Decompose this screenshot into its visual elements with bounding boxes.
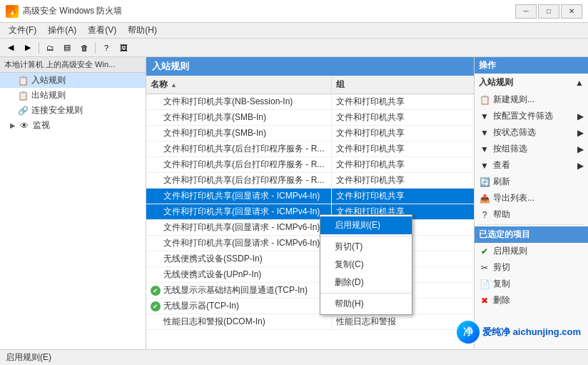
action-view[interactable]: ▼ 查看 ▶ [475, 157, 588, 174]
action-help[interactable]: ? 帮助 [475, 206, 588, 223]
watermark-logo: 净 [457, 321, 480, 344]
maximize-button[interactable]: □ [538, 4, 559, 19]
filter-profile-label: 按配置文件筛选 [493, 110, 553, 122]
filter-group-icon: ▼ [479, 144, 490, 155]
help-label: 帮助 [493, 209, 510, 221]
minimize-button[interactable]: ─ [515, 4, 537, 19]
table-header: 名称 ▲ 组 [146, 76, 474, 94]
row-name-text: 无线显示示基础结构回显通道(TCP-In) [163, 284, 308, 296]
table-row[interactable]: 文件和打印机共享(NB-Session-In)文件和打印机共享 [146, 94, 474, 110]
menu-help[interactable]: 帮助(H) [122, 23, 163, 38]
row-group-text: 文件和打印机共享 [332, 189, 474, 204]
action-filter-profile[interactable]: ▼ 按配置文件筛选 ▶ [475, 108, 588, 124]
menu-view[interactable]: 查看(V) [82, 23, 122, 38]
table-row[interactable]: ✔无线显示示基础结构回显通道(TCP-In) [146, 283, 474, 299]
window-title: 高级安全 Windows 防火墙 [23, 5, 515, 17]
action-filter-group[interactable]: ▼ 按组筛选 ▶ [475, 141, 588, 157]
row-status-icon: ✔ [151, 301, 161, 311]
connection-security-icon: 🔗 [17, 105, 29, 116]
context-cut[interactable]: 剪切(T) [320, 238, 412, 256]
col-group-header[interactable]: 组 [332, 77, 474, 92]
watermark-text: 爱纯净 aichunjing.com [482, 326, 581, 339]
tree-node-outbound[interactable]: 📋 出站规则 [0, 88, 146, 103]
filter-group-label: 按组筛选 [493, 143, 527, 155]
outbound-icon: 📋 [17, 90, 29, 101]
view-arrow: ▶ [577, 161, 584, 171]
table-row[interactable]: 文件和打印机共享(SMB-In)文件和打印机共享 [146, 110, 474, 126]
app-icon: 🔥 [6, 5, 19, 18]
cut-label: 剪切 [493, 261, 510, 274]
menu-action[interactable]: 操作(A) [42, 23, 82, 38]
delete-rule-icon: ✖ [479, 295, 490, 306]
menu-bar: 文件(F) 操作(A) 查看(V) 帮助(H) [0, 23, 588, 39]
context-copy[interactable]: 复制(C) [320, 256, 412, 274]
forward-button[interactable]: ▶ [20, 41, 36, 55]
action-enable-rule[interactable]: ✔ 启用规则 [475, 243, 588, 259]
action-copy[interactable]: 📄 复制 [475, 276, 588, 292]
tree-node-inbound[interactable]: 📋 入站规则 [0, 73, 146, 88]
new-rule-icon: 📋 [479, 94, 490, 106]
status-text: 启用规则(E) [6, 351, 51, 364]
row-group-text: 文件和打印机共享 [332, 173, 474, 188]
table-row[interactable]: 文件和打印机共享(回显请求 - ICMPv4-In)文件和打印机共享 [146, 204, 474, 220]
context-delete-label: 删除(D) [335, 276, 364, 289]
view-label: 查看 [493, 159, 510, 171]
row-group-text: 性能日志和警报 [332, 314, 474, 329]
tree-node-connection-security[interactable]: 🔗 连接安全规则 [0, 103, 146, 118]
actions-header: 操作 [475, 57, 588, 74]
table-row[interactable]: 性能日志和警报(DCOM-In)性能日志和警报 [146, 314, 474, 330]
action-filter-status[interactable]: ▼ 按状态筛选 ▶ [475, 124, 588, 141]
table-row[interactable]: 无线便携式设备(UPnP-In)无... [146, 267, 474, 283]
table-row[interactable]: 文件和打印机共享(回显请求 - ICMPv4-In)文件和打印机共享 [146, 189, 474, 204]
context-help[interactable]: 帮助(H) [320, 295, 412, 313]
back-button[interactable]: ◀ [3, 41, 19, 55]
table-row[interactable]: 文件和打印机共享(SMB-In)文件和打印机共享 [146, 126, 474, 141]
delete-button[interactable]: 🗑 [76, 41, 92, 55]
context-delete[interactable]: 删除(D) [320, 274, 412, 291]
table-row[interactable]: 文件和打印机共享(回显请求 - ICMPv6-In)文... [146, 236, 474, 251]
help-button[interactable]: ? [98, 41, 114, 55]
watermark-logo-text: 净 [463, 326, 473, 339]
filter-profile-arrow: ▶ [577, 111, 584, 121]
table-row[interactable]: 文件和打印机共享(后台打印程序服务 - R...文件和打印机共享 [146, 173, 474, 189]
menu-file[interactable]: 文件(F) [3, 23, 42, 38]
table-row[interactable]: 文件和打印机共享(后台打印程序服务 - R...文件和打印机共享 [146, 157, 474, 173]
close-button[interactable]: ✕ [561, 4, 582, 19]
copy-label: 复制 [493, 278, 510, 290]
action-export[interactable]: 📤 导出列表... [475, 190, 588, 206]
right-panel: 操作 入站规则 ▲ 📋 新建规则... ▼ 按配置文件筛选 ▶ ▼ 按状态筛选 … [474, 57, 588, 349]
tree-header: 本地计算机 上的高级安全 Win... [0, 57, 146, 73]
col-name-header[interactable]: 名称 ▲ [146, 77, 332, 92]
window-controls: ─ □ ✕ [515, 4, 582, 19]
view-icon: ▼ [479, 160, 490, 171]
image-button[interactable]: 🖼 [116, 41, 131, 55]
table-row[interactable]: ✔无线显示器(TCP-In) [146, 299, 474, 314]
filter-status-icon: ▼ [479, 127, 490, 139]
row-group-text: 文件和打印机共享 [332, 157, 474, 172]
inbound-icon: 📋 [17, 75, 29, 86]
row-name-text: 无线便携式设备(SSDP-In) [163, 253, 263, 265]
folder-button[interactable]: 🗂 [42, 41, 58, 55]
list-button[interactable]: ▤ [59, 41, 75, 55]
action-delete[interactable]: ✖ 删除 [475, 292, 588, 309]
row-name-text: 文件和打印机共享(后台打印程序服务 - R... [163, 143, 324, 155]
col-group-label: 组 [336, 79, 345, 89]
center-title: 入站规则 [152, 61, 189, 71]
action-refresh[interactable]: 🔄 刷新 [475, 174, 588, 190]
tree-node-monitor[interactable]: ▶ 👁 监视 [0, 118, 146, 133]
action-new-rule[interactable]: 📋 新建规则... [475, 91, 588, 108]
export-label: 导出列表... [493, 192, 534, 204]
toolbar: ◀ ▶ 🗂 ▤ 🗑 ? 🖼 [0, 39, 588, 57]
row-name-text: 文件和打印机共享(回显请求 - ICMPv6-In) [163, 221, 320, 234]
new-rule-label: 新建规则... [493, 94, 534, 106]
table-row[interactable]: 文件和打印机共享(后台打印程序服务 - R...文件和打印机共享 [146, 141, 474, 157]
help-icon: ? [479, 209, 490, 221]
table-row[interactable]: 无线便携式设备(SSDP-In)无... [146, 251, 474, 267]
action-cut[interactable]: ✂ 剪切 [475, 259, 588, 276]
context-separator2 [320, 293, 412, 294]
context-enable-rule[interactable]: 启用规则(E) [320, 216, 412, 234]
title-bar: 🔥 高级安全 Windows 防火墙 ─ □ ✕ [0, 0, 588, 23]
row-group-text: 文件和打印机共享 [332, 94, 474, 109]
table-row[interactable]: 文件和打印机共享(回显请求 - ICMPv6-In)文... [146, 220, 474, 236]
row-name-text: 文件和打印机共享(NB-Session-In) [163, 96, 293, 108]
